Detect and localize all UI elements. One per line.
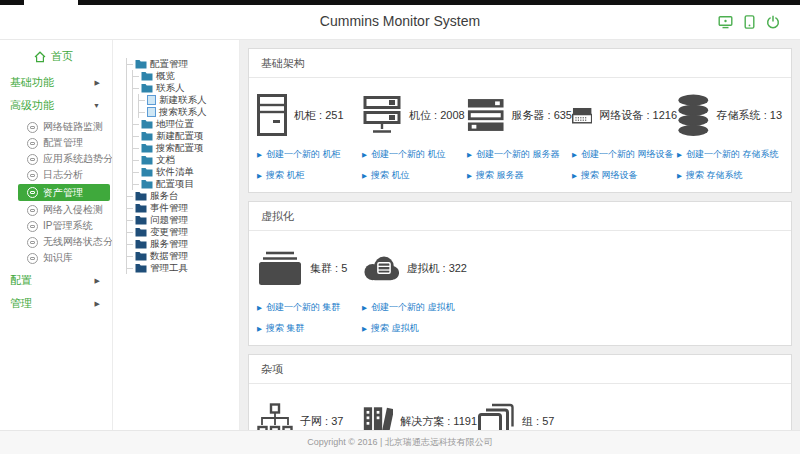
asset-label: 虚拟机 : 322 xyxy=(406,261,467,276)
search-storage-link[interactable]: 搜索 存储系统 xyxy=(677,169,782,182)
sidebar-item-log-analysis[interactable]: 日志分析 xyxy=(0,167,112,183)
header-icons xyxy=(718,15,780,29)
folder-icon xyxy=(135,251,147,261)
create-server-link[interactable]: 创建一个新的 服务器 xyxy=(467,148,572,161)
asset-vm: 虚拟机 : 322 创建一个新的 虚拟机 搜索 虚拟机 xyxy=(362,243,467,335)
tree-node-change-mgmt[interactable]: 变更管理 xyxy=(127,226,239,238)
folder-icon xyxy=(141,83,153,93)
tree-node-data-mgmt[interactable]: 数据管理 xyxy=(127,250,239,262)
document-icon xyxy=(147,107,156,117)
tree-node-new-contact[interactable]: 新建联系人 xyxy=(139,94,239,106)
search-network-device-link[interactable]: 搜索 网络设备 xyxy=(572,169,677,182)
asset-cluster: 集群 : 5 创建一个新的 集群 搜索 集群 xyxy=(257,243,362,335)
asset-group: 组 : 57 创建一个新的 组 搜索 组 xyxy=(477,396,582,430)
storage-icon xyxy=(677,93,710,137)
tree-node-overview[interactable]: 概览 xyxy=(133,70,239,82)
tree-node-config-mgmt[interactable]: 配置管理 xyxy=(127,58,239,70)
sidebar-section-manage[interactable]: 管理 ▶ xyxy=(0,292,112,315)
asset-rack: 机柜 : 251 创建一个新的 机柜 搜索 机柜 xyxy=(257,90,362,182)
tree-panel: 配置管理 概览 联系人 新建联系人 xyxy=(114,40,240,430)
asset-icon xyxy=(27,187,38,198)
sidebar-home-label: 首页 xyxy=(51,49,73,64)
asset-label: 子网 : 37 xyxy=(300,414,343,429)
sidebar-item-intrusion[interactable]: 网络入侵检测 xyxy=(0,202,112,218)
card-title: 基础架构 xyxy=(249,49,791,78)
group-icon xyxy=(477,403,515,430)
search-cluster-link[interactable]: 搜索 集群 xyxy=(257,322,362,335)
asset-solution: 解决方案 : 1191 创建一个新的 解决方案 搜索 解决方案 xyxy=(362,396,477,430)
sidebar-item-home[interactable]: 首页 xyxy=(0,40,112,71)
folder-icon xyxy=(135,227,147,237)
sidebar-item-knowledge[interactable]: 知识库 xyxy=(0,250,112,266)
card-infrastructure: 基础架构 机柜 : 251 创建一个新的 机柜 搜索 机柜 xyxy=(248,48,792,193)
document-icon xyxy=(147,95,156,105)
mobile-icon[interactable] xyxy=(744,15,755,29)
search-vm-link[interactable]: 搜索 虚拟机 xyxy=(362,322,467,335)
card-virtualization: 虚拟化 集群 : 5 创建一个新的 集群 搜索 集群 xyxy=(248,201,792,346)
folder-icon xyxy=(135,191,147,201)
folder-icon xyxy=(135,59,147,69)
tree-node-search-ci[interactable]: 搜索配置项 xyxy=(133,142,239,154)
search-server-link[interactable]: 搜索 服务器 xyxy=(467,169,572,182)
search-rack-link[interactable]: 搜索 机柜 xyxy=(257,169,362,182)
sidebar-item-ip-mgmt[interactable]: IP管理系统 xyxy=(0,218,112,234)
copyright-text: Copyright © 2016 | 北京瑞通志远科技有限公司 xyxy=(307,437,493,447)
sidebar-section-advanced[interactable]: 高级功能 ▼ xyxy=(0,94,112,117)
search-rack-slot-link[interactable]: 搜索 机位 xyxy=(362,169,467,182)
sidebar-section-config[interactable]: 配置 ▶ xyxy=(0,269,112,292)
create-vm-link[interactable]: 创建一个新的 虚拟机 xyxy=(362,301,467,314)
sidebar-item-asset-mgmt[interactable]: 资产管理 xyxy=(18,184,110,201)
tree-node-service-mgmt[interactable]: 服务管理 xyxy=(127,238,239,250)
asset-label: 组 : 57 xyxy=(522,414,554,429)
create-cluster-link[interactable]: 创建一个新的 集群 xyxy=(257,301,362,314)
asset-storage: 存储系统 : 13 创建一个新的 存储系统 搜索 存储系统 xyxy=(677,90,782,182)
subnet-icon xyxy=(257,403,293,431)
tree-node-documents[interactable]: 文档 xyxy=(133,154,239,166)
create-rack-slot-link[interactable]: 创建一个新的 机位 xyxy=(362,148,467,161)
network-device-icon xyxy=(572,99,592,132)
chevron-right-icon: ▶ xyxy=(95,79,100,87)
asset-label: 机位 : 2008 xyxy=(409,108,465,123)
tree-node-location[interactable]: 地理位置 xyxy=(133,118,239,130)
asset-label: 解决方案 : 1191 xyxy=(400,414,477,429)
sidebar-item-app-trend[interactable]: 应用系统趋势分析 xyxy=(0,151,112,167)
tree-node-admin-tools[interactable]: 管理工具 xyxy=(127,262,239,274)
folder-icon xyxy=(135,239,147,249)
sidebar-item-wireless[interactable]: 无线网络状态分析 xyxy=(0,234,112,250)
folder-icon xyxy=(135,215,147,225)
tree-node-service-desk[interactable]: 服务台 xyxy=(127,190,239,202)
asset-label: 机柜 : 251 xyxy=(294,108,344,123)
tree-node-search-contact[interactable]: 搜索联系人 xyxy=(139,106,239,118)
asset-label: 网络设备 : 1216 xyxy=(599,108,677,123)
app-title: Cummins Monitor System xyxy=(0,5,800,38)
sidebar-section-basic[interactable]: 基础功能 ▶ xyxy=(0,71,112,94)
card-title: 杂项 xyxy=(249,355,791,384)
create-network-device-link[interactable]: 创建一个新的 网络设备 xyxy=(572,148,677,161)
wireless-icon xyxy=(27,237,38,248)
create-storage-link[interactable]: 创建一个新的 存储系统 xyxy=(677,148,782,161)
sidebar-item-config-mgmt[interactable]: 配置管理 xyxy=(0,135,112,151)
config-icon xyxy=(27,138,38,149)
tree-node-contacts[interactable]: 联系人 xyxy=(133,82,239,94)
sidebar-item-network-link[interactable]: 网络链路监测 xyxy=(0,119,112,135)
chevron-right-icon: ▶ xyxy=(95,300,100,308)
solutions-icon xyxy=(362,404,393,431)
create-rack-link[interactable]: 创建一个新的 机柜 xyxy=(257,148,362,161)
vm-icon xyxy=(362,252,399,284)
tree-node-incident-mgmt[interactable]: 事件管理 xyxy=(127,202,239,214)
asset-subnet: 子网 : 37 创建一个新的 子网 搜索 子网 xyxy=(257,396,362,430)
folder-icon xyxy=(141,131,153,141)
folder-icon xyxy=(141,143,153,153)
tree-node-config-project[interactable]: 配置项目 xyxy=(133,178,239,190)
app-header: Cummins Monitor System xyxy=(0,5,800,40)
rack-icon xyxy=(257,94,287,136)
card-misc: 杂项 子网 : 37 创建一个新的 子网 搜索 子网 xyxy=(248,354,792,430)
log-icon xyxy=(27,170,38,181)
footer: Copyright © 2016 | 北京瑞通志远科技有限公司 xyxy=(0,430,800,454)
tree-node-new-ci[interactable]: 新建配置项 xyxy=(133,130,239,142)
intrusion-icon xyxy=(27,205,38,216)
tree-node-software-list[interactable]: 软件清单 xyxy=(133,166,239,178)
monitor-icon[interactable] xyxy=(718,15,733,29)
power-icon[interactable] xyxy=(766,15,780,29)
tree-node-problem-mgmt[interactable]: 问题管理 xyxy=(127,214,239,226)
